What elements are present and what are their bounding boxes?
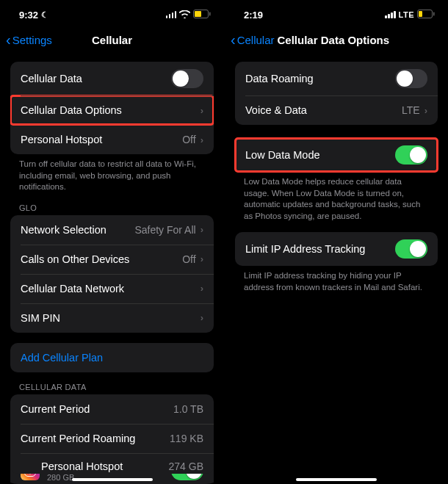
content-scroll[interactable]: Cellular Data Cellular Data Options › Pe… [0, 54, 224, 484]
row-label: Current Period [21, 403, 90, 415]
row-label: Current Period Roaming [21, 433, 135, 444]
row-partial-hotspot: Personal Hotspot 274 GB [10, 456, 214, 474]
nav-bar: ‹ Cellular Cellular Data Options [225, 25, 448, 54]
row-label: Personal Hotspot [41, 460, 123, 472]
row-voice-data[interactable]: Voice & Data LTE › [235, 95, 438, 125]
chevron-right-icon: › [200, 105, 203, 116]
battery-icon [417, 10, 435, 21]
footer-limit-ip: Limit IP address tracking by hiding your… [225, 270, 448, 303]
toggle-limit-ip[interactable] [395, 239, 427, 259]
chevron-right-icon: › [200, 312, 203, 323]
row-value: Off [182, 134, 195, 145]
row-cellular-data-options[interactable]: Cellular Data Options › [10, 95, 214, 125]
row-calls-other-devices[interactable]: Calls on Other Devices Off › [10, 245, 214, 274]
row-label: Add Cellular Plan [21, 352, 103, 364]
cell-signal-icon [166, 11, 177, 18]
row-value: 1.0 TB [173, 403, 203, 415]
row-label: Calls on Other Devices [21, 253, 129, 265]
chevron-right-icon: › [200, 224, 203, 235]
svg-rect-5 [433, 12, 435, 15]
row-label: Cellular Data Options [21, 104, 122, 116]
footer-cellular-note: Turn off cellular data to restrict all d… [0, 159, 224, 203]
back-label: Cellular [237, 34, 275, 46]
row-data-roaming[interactable]: Data Roaming [235, 62, 438, 95]
page-title: Cellular Data Options [278, 34, 390, 46]
svg-rect-2 [209, 12, 211, 15]
row-value: 274 GB [169, 460, 203, 472]
group-cellular-main: Cellular Data Cellular Data Options › Pe… [10, 62, 214, 154]
row-label: Network Selection [21, 224, 106, 236]
cell-signal-icon [385, 11, 396, 18]
group-low-data-mode: Low Data Mode [235, 138, 438, 172]
home-indicator[interactable] [296, 478, 377, 481]
wifi-icon [179, 10, 190, 21]
row-label: Personal Hotspot [21, 134, 102, 145]
chevron-right-icon: › [424, 105, 427, 116]
row-add-cellular-plan[interactable]: Add Cellular Plan [10, 343, 214, 372]
toggle-low-data-mode[interactable] [395, 145, 427, 165]
row-label: Cellular Data [21, 73, 82, 84]
row-cellular-data-network[interactable]: Cellular Data Network › [10, 274, 214, 303]
row-label: Limit IP Address Tracking [245, 243, 365, 255]
row-label: Low Data Mode [245, 149, 320, 161]
row-current-period: Current Period 1.0 TB [10, 394, 214, 424]
group-add-plan: Add Cellular Plan [10, 343, 214, 372]
network-label: LTE [399, 10, 414, 19]
svg-rect-4 [419, 11, 422, 17]
nav-bar: ‹ Settings Cellular [0, 25, 224, 54]
row-label: SIM PIN [21, 312, 60, 324]
chevron-left-icon: ‹ [6, 32, 11, 47]
row-cellular-data[interactable]: Cellular Data [10, 62, 214, 95]
status-bar: 2:19 LTE [225, 0, 448, 25]
back-button[interactable]: ‹ Cellular [231, 32, 275, 47]
status-time: 2:19 [244, 10, 263, 21]
chevron-left-icon: ‹ [231, 32, 236, 47]
row-low-data-mode[interactable]: Low Data Mode [235, 138, 438, 172]
row-sim-pin[interactable]: SIM PIN › [10, 303, 214, 333]
phone-cellular-data-options: 2:19 LTE ‹ Cellular Cellular Data Option… [224, 0, 448, 484]
row-value: 119 KB [170, 433, 203, 444]
status-bar: 9:32 ☾ [0, 0, 224, 25]
content-scroll[interactable]: Data Roaming Voice & Data LTE › Low Data… [225, 54, 448, 484]
row-network-selection[interactable]: Network Selection Safety For All › [10, 215, 214, 245]
toggle-cellular-data[interactable] [171, 69, 203, 88]
back-label: Settings [12, 34, 52, 46]
home-indicator[interactable] [72, 478, 153, 481]
section-header-glo: GLO [0, 203, 224, 215]
row-label: Voice & Data [245, 104, 307, 116]
row-personal-hotspot[interactable]: Personal Hotspot Off › [10, 125, 214, 154]
back-button[interactable]: ‹ Settings [6, 32, 52, 47]
row-limit-ip-tracking[interactable]: Limit IP Address Tracking [235, 232, 438, 266]
page-title: Cellular [92, 34, 132, 46]
row-value: Off [182, 253, 195, 265]
battery-icon [193, 10, 211, 21]
row-value: Safety For All [134, 224, 195, 236]
chevron-right-icon: › [200, 134, 203, 145]
phone-cellular-settings: 9:32 ☾ ‹ Settings Cellular Cellular Data [0, 0, 224, 484]
row-current-period-roaming: Current Period Roaming 119 KB [10, 424, 214, 453]
chevron-right-icon: › [200, 283, 203, 294]
dnd-moon-icon: ☾ [41, 10, 48, 20]
row-label: Cellular Data Network [21, 283, 124, 295]
group-glo: Network Selection Safety For All › Calls… [10, 215, 214, 333]
status-time: 9:32 [19, 10, 38, 21]
section-header-cellular-data: CELLULAR DATA [0, 383, 224, 394]
row-label: Data Roaming [245, 73, 314, 84]
row-value: LTE [402, 104, 420, 116]
toggle-data-roaming[interactable] [395, 69, 427, 88]
chevron-right-icon: › [200, 253, 203, 264]
svg-rect-1 [195, 11, 201, 17]
group-roaming-voice: Data Roaming Voice & Data LTE › [235, 62, 438, 125]
group-limit-ip: Limit IP Address Tracking [235, 232, 438, 266]
footer-low-data: Low Data Mode helps reduce cellular data… [225, 176, 448, 232]
